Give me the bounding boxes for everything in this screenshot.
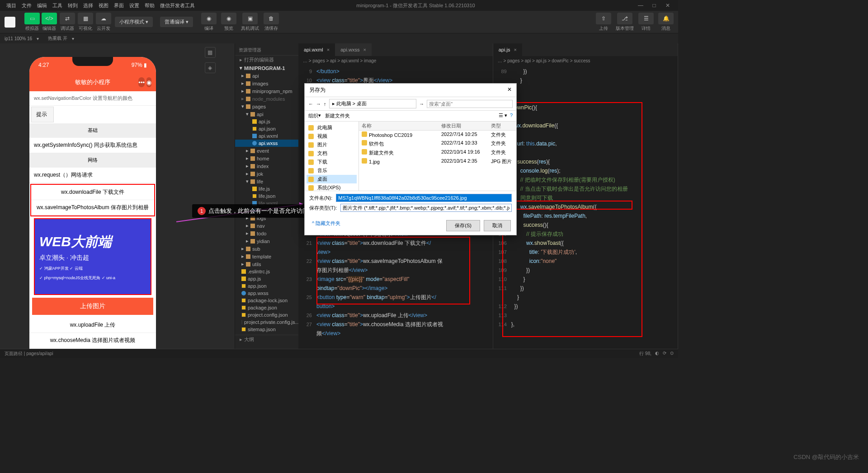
page-path[interactable]: 页面路径 | pages/api/api [5, 351, 53, 357]
open-editors-section[interactable]: ▸ 打开的编辑器 [235, 56, 298, 64]
hide-folders[interactable]: 隐藏文件夹 [316, 220, 340, 226]
file-tree[interactable]: 资源管理器 ▸ 打开的编辑器 ▾ MINIPROGRAM-1 ▸ api▸ im… [235, 43, 298, 349]
tree-item[interactable]: ▸ yidian [235, 237, 298, 245]
dialog-sidebar[interactable]: 此电脑视频图片文档下载音乐桌面系统(XPS) [305, 122, 359, 191]
breadcrumb[interactable]: … > pages > api > api.js > downPic > suc… [493, 56, 678, 65]
project-section[interactable]: ▾ MINIPROGRAM-1 [235, 64, 298, 72]
phone-content[interactable]: wx.setNavigationBarColor 设置导航栏的颜色 提示 基础 … [29, 91, 156, 344]
close-icon[interactable]: × [514, 47, 516, 52]
preview-image[interactable]: WEB大前端 卓立潮头 · 冲击超 ✓ 鸿蒙APP开发 ✓ 云端 ✓ php+m… [34, 218, 151, 295]
tree-item[interactable]: package.json [235, 304, 298, 311]
tree-item[interactable]: ▸ event [235, 147, 298, 155]
map-icon[interactable]: ◈ [205, 62, 216, 73]
nav-up[interactable]: ↑ [324, 101, 326, 107]
tree-item[interactable]: project.config.json [235, 311, 298, 318]
side-item[interactable]: 图片 [307, 140, 357, 149]
tree-item[interactable]: ▸ todo [235, 229, 298, 237]
tree-item[interactable]: ▸ home [235, 155, 298, 162]
menu-item[interactable]: 项目 [4, 3, 19, 8]
tree-item[interactable]: app.json [235, 282, 298, 290]
files-icon[interactable]: ▦ [205, 47, 216, 58]
tree-item[interactable]: sitemap.json [235, 326, 298, 333]
tree-item[interactable]: project.private.config.js... [235, 318, 298, 326]
hot-reload[interactable]: 热重载 开 [48, 35, 67, 42]
view-icon[interactable]: ☰ ▾ [499, 112, 507, 119]
newfolder-btn[interactable]: 新建文件夹 [325, 112, 350, 119]
tree-item[interactable]: ▸ sub [235, 245, 298, 253]
file-list[interactable]: 名称 修改日期 类型 Photoshop CC20192022/7/14 10:… [359, 122, 516, 191]
upload-btn[interactable]: ⇧ [596, 13, 611, 24]
file-row[interactable]: Photoshop CC20192022/7/14 10:25文件夹 [359, 131, 516, 139]
filename-input[interactable] [336, 194, 512, 202]
save-button[interactable]: 保存(S) [446, 220, 480, 231]
path-crumb[interactable]: 此电脑 > 桌面 [336, 101, 367, 106]
debugger-tab[interactable]: ⇄ [60, 13, 75, 24]
help-icon[interactable]: ? [510, 112, 513, 119]
editor-tab[interactable]: api.wxml× [298, 43, 335, 56]
version-btn[interactable]: ⎇ [617, 13, 632, 24]
code-editor[interactable]: 89 }) }downPic(){ wx.downloadFile({ url:… [493, 65, 678, 349]
tree-item[interactable]: life.js [235, 185, 298, 192]
close-icon[interactable]: × [327, 47, 330, 52]
editor-tab[interactable]: api.wxss× [335, 43, 372, 56]
menu-item[interactable]: 微信开发者工具 [157, 3, 198, 8]
side-item[interactable]: 视频 [307, 132, 357, 140]
compile-btn[interactable]: ◉ [201, 13, 217, 24]
tree-item[interactable]: ▸ jok [235, 170, 298, 178]
side-item[interactable]: 此电脑 [307, 123, 357, 132]
menu-item[interactable]: 编辑 [34, 3, 50, 8]
maximize-btn[interactable]: □ [647, 2, 661, 9]
capsule-close[interactable]: ◉ [146, 77, 151, 87]
col-type[interactable]: 类型 [491, 122, 514, 129]
visual-tab[interactable]: ▦ [78, 13, 93, 24]
upload-image-btn[interactable]: 上传图片 [32, 298, 153, 315]
tree-item[interactable]: ▸ index [235, 162, 298, 170]
cancel-button[interactable]: 取消 [484, 220, 511, 231]
menu-item[interactable]: 文件 [19, 3, 34, 8]
mode-select[interactable]: 小程序模式 ▾ [115, 17, 153, 27]
simulator-tab[interactable]: ▭ [24, 13, 40, 24]
menu-item[interactable]: 选择 [80, 3, 96, 8]
status-icon[interactable]: ⊙ [670, 351, 674, 357]
editor-tab[interactable]: </> [42, 13, 57, 24]
clear-btn[interactable]: 🗑 [264, 13, 279, 24]
tree-item[interactable]: .eslintrc.js [235, 268, 298, 275]
side-item[interactable]: 文档 [307, 149, 357, 158]
close-btn[interactable]: ✕ [661, 2, 675, 9]
col-date[interactable]: 修改日期 [441, 122, 491, 129]
side-item[interactable]: 音乐 [307, 166, 357, 175]
menu-item[interactable]: 工具 [50, 3, 65, 8]
nav-fwd[interactable]: → [316, 101, 321, 107]
tree-item[interactable]: ▾ api [235, 110, 298, 118]
filetype-select[interactable] [340, 204, 512, 212]
tree-item[interactable]: ▸ api [235, 72, 298, 80]
cloud-tab[interactable]: ☁ [96, 13, 111, 24]
menu-item[interactable]: 转到 [65, 3, 80, 8]
file-row[interactable]: 新建文件夹2022/10/14 19:16文件夹 [359, 148, 516, 157]
nav-go[interactable]: → [419, 101, 424, 107]
menu-item[interactable]: 帮助 [142, 3, 157, 8]
tree-item[interactable]: api.json [235, 125, 298, 132]
minimize-btn[interactable]: — [634, 2, 647, 9]
tree-item[interactable]: ▸ node_modules [235, 95, 298, 103]
tree-item[interactable]: api.wxml [235, 132, 298, 140]
compile-select[interactable]: 普通编译 ▾ [160, 17, 193, 27]
status-icon[interactable]: ⟳ [663, 351, 666, 357]
tree-item[interactable]: package-lock.json [235, 297, 298, 304]
tree-item[interactable]: app.js [235, 275, 298, 282]
tree-item[interactable]: ▸ nav [235, 222, 298, 229]
close-icon[interactable]: × [363, 47, 366, 52]
tree-item[interactable]: ▾ pages [235, 103, 298, 110]
remote-btn[interactable]: ▣ [242, 13, 258, 24]
capsule-menu[interactable]: ••• [138, 77, 145, 87]
preview-btn[interactable]: ◉ [221, 13, 236, 24]
outline-section[interactable]: ▸ 大纲 [235, 335, 298, 344]
menu-item[interactable]: 设置 [127, 3, 142, 8]
file-row[interactable]: 1.jpg2022/10/14 2:35JPG 图片 [359, 157, 516, 166]
tree-item[interactable]: api.wxss [235, 140, 298, 147]
col-name[interactable]: 名称 [362, 122, 441, 129]
side-item[interactable]: 桌面 [307, 175, 357, 183]
tree-item[interactable]: ▸ images [235, 80, 298, 87]
dialog-close[interactable]: ✕ [507, 86, 512, 94]
status-icon[interactable]: ◐ [655, 351, 659, 357]
